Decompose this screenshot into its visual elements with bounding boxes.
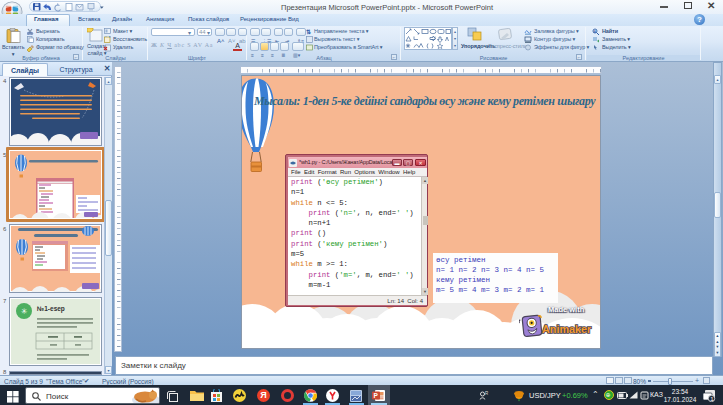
svg-text:№1-esep: №1-esep [37,305,65,313]
svg-text:R: R [485,391,489,396]
svg-text:⇅: ⇅ [306,29,311,35]
svg-text:✳: ✳ [21,307,28,316]
svg-text:P: P [374,392,379,399]
svg-text:Animaker: Animaker [542,323,592,335]
svg-text:A: A [594,29,597,34]
